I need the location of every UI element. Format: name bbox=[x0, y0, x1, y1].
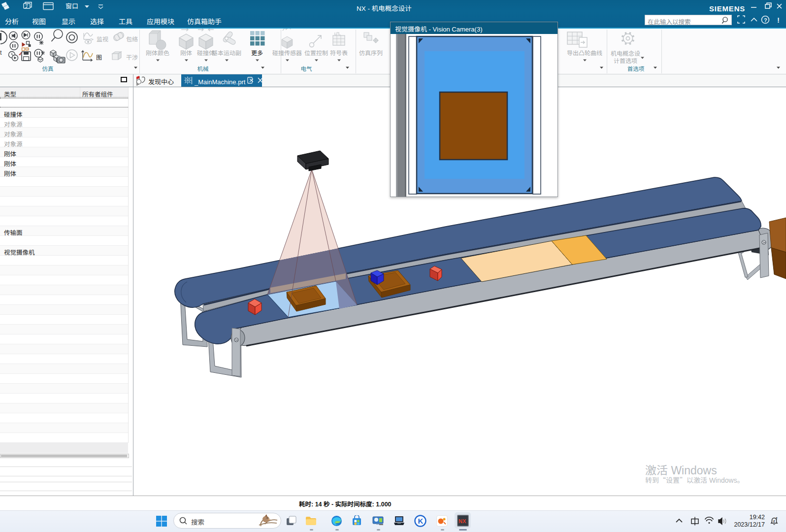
svg-text:K: K bbox=[418, 517, 424, 525]
svg-text:z: z bbox=[773, 518, 775, 523]
svg-text:z: z bbox=[776, 516, 778, 520]
svg-text:NX: NX bbox=[458, 518, 466, 524]
